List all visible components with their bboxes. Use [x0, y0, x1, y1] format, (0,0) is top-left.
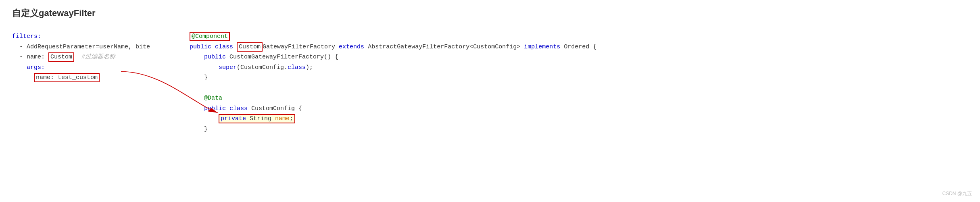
left-code-block: filters: - AddRequestParameter=userName,…	[12, 31, 165, 83]
code-line-name: - name: Custom #过滤器名称	[12, 52, 165, 62]
annotation-component: @Component	[190, 31, 968, 42]
code-line-args: args:	[12, 62, 165, 73]
code-line-filters: filters:	[12, 31, 165, 42]
constructor-line1: public CustomGatewayFilterFactory() {	[190, 52, 968, 62]
page-title: 自定义gatewayFilter	[0, 0, 980, 23]
right-code-block: @Component public class CustomGatewayFil…	[190, 31, 968, 134]
config-class-decl: public class CustomConfig {	[190, 104, 968, 114]
config-close: }	[190, 124, 968, 135]
annotation-data: @Data	[190, 93, 968, 104]
blank-line1	[190, 83, 968, 94]
code-line-add-request: - AddRequestParameter=userName, bite	[12, 42, 165, 52]
class-declaration: public class CustomGatewayFilterFactory …	[190, 42, 968, 52]
config-field-line: private String name;	[190, 114, 968, 124]
watermark: CSDN @九五	[942, 190, 972, 197]
right-code-panel: @Component public class CustomGatewayFil…	[190, 27, 968, 134]
code-line-name-arg: name: test_custom	[12, 73, 165, 83]
constructor-line3: }	[190, 73, 968, 83]
constructor-line2: super(CustomConfig.class);	[190, 62, 968, 73]
left-code-panel: filters: - AddRequestParameter=userName,…	[12, 27, 165, 134]
